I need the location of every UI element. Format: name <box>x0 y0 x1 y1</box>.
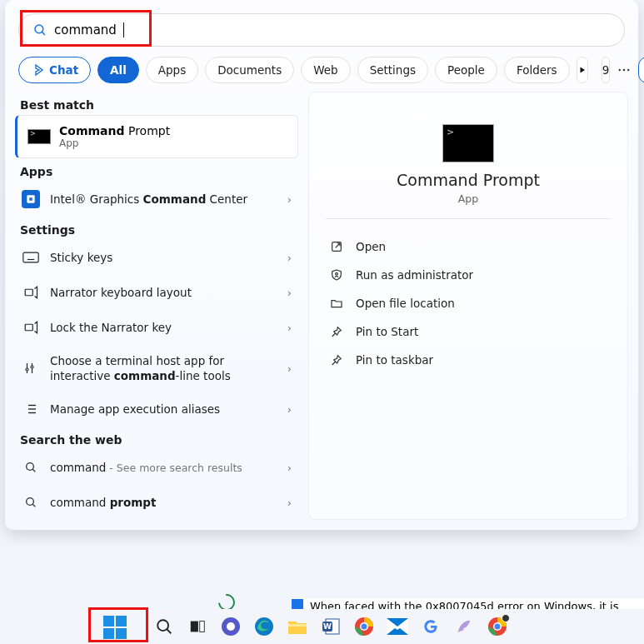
list-item-label: Lock the Narrator key <box>50 320 277 335</box>
search-box[interactable]: command <box>18 13 625 47</box>
chevron-right-icon: › <box>287 403 292 416</box>
filter-chat[interactable]: Chat <box>18 57 91 83</box>
filter-folders[interactable]: Folders <box>504 57 570 83</box>
results-column: Best match Command Prompt App Apps Intel… <box>15 92 298 520</box>
text-cursor <box>123 22 124 37</box>
filter-chat-label: Chat <box>49 63 78 77</box>
action-label: Pin to Start <box>356 325 418 338</box>
settings-item-terminal-host[interactable]: Choose a terminal host app for interacti… <box>15 345 298 392</box>
svg-point-33 <box>255 617 273 636</box>
filter-web-label: Web <box>313 63 337 77</box>
taskbar-mail-icon[interactable] <box>387 616 408 637</box>
list-item-label: command prompt <box>50 495 277 510</box>
taskbar-chrome-icon[interactable] <box>353 616 375 637</box>
bing-chat-icon[interactable] <box>638 57 644 83</box>
chevron-right-icon: › <box>287 287 292 299</box>
apps-item-intel-graphics[interactable]: Intel® Graphics Command Center › <box>15 182 298 217</box>
taskbar-taskview-icon[interactable] <box>187 616 208 637</box>
search-icon <box>22 458 40 477</box>
action-open-location[interactable]: Open file location <box>326 289 611 317</box>
svg-point-44 <box>495 624 501 630</box>
preview-title: Command Prompt <box>326 171 611 189</box>
action-label: Open file location <box>356 297 455 310</box>
filter-people-label: People <box>447 63 485 77</box>
action-label: Pin to taskbar <box>356 353 433 367</box>
action-label: Run as administrator <box>356 268 473 282</box>
svg-rect-6 <box>29 197 32 201</box>
action-pin-start[interactable]: Pin to Start <box>326 317 611 346</box>
filter-settings-label: Settings <box>370 63 416 77</box>
svg-rect-13 <box>25 289 32 296</box>
open-icon <box>329 239 344 254</box>
search-icon <box>22 493 40 512</box>
start-button[interactable] <box>103 616 127 639</box>
intel-icon <box>22 190 40 208</box>
overflow-button[interactable] <box>617 57 632 83</box>
action-open[interactable]: Open <box>326 232 611 261</box>
list-item-label: Narrator keyboard layout <box>50 285 277 300</box>
svg-rect-30 <box>200 622 205 632</box>
search-query-text: command <box>54 22 117 37</box>
svg-line-24 <box>32 505 35 507</box>
preview-panel: Command Prompt App Open Run as administr… <box>308 92 628 520</box>
search-row: command <box>5 0 638 53</box>
chevron-right-icon: › <box>287 193 292 206</box>
filter-folders-label: Folders <box>517 63 557 77</box>
search-web-header: Search the web <box>15 427 298 450</box>
svg-rect-14 <box>25 324 32 331</box>
svg-point-23 <box>27 498 34 506</box>
best-match-item[interactable]: Command Prompt App <box>15 115 298 158</box>
search-icon <box>32 22 47 37</box>
settings-item-narrator-layout[interactable]: Narrator keyboard layout › <box>15 275 298 310</box>
svg-point-32 <box>227 622 235 631</box>
filter-web[interactable]: Web <box>301 57 350 83</box>
windows-search-panel: command Chat All Apps Documents Web Sett… <box>5 0 638 530</box>
svg-rect-7 <box>23 252 38 262</box>
filter-row: Chat All Apps Documents Web Settings Peo… <box>5 53 638 92</box>
taskbar-search-icon[interactable] <box>153 616 175 637</box>
svg-point-26 <box>336 272 338 275</box>
list-icon <box>22 400 40 418</box>
taskbar-word-icon[interactable]: W <box>320 616 342 637</box>
chevron-right-icon: › <box>287 462 292 474</box>
taskbar-edge-icon[interactable] <box>253 616 275 637</box>
settings-item-lock-narrator[interactable]: Lock the Narrator key › <box>15 310 298 345</box>
web-item-command[interactable]: command - See more search results › <box>15 450 298 485</box>
taskbar-teams-icon[interactable] <box>220 616 242 637</box>
filter-apps[interactable]: Apps <box>146 57 198 83</box>
filter-settings[interactable]: Settings <box>357 57 428 83</box>
settings-item-execution-aliases[interactable]: Manage app execution aliases › <box>15 392 298 427</box>
taskbar-explorer-icon[interactable] <box>287 616 308 637</box>
command-prompt-icon <box>27 129 51 144</box>
filter-documents[interactable]: Documents <box>205 57 294 83</box>
svg-point-4 <box>627 69 629 71</box>
action-pin-taskbar[interactable]: Pin to taskbar <box>326 346 611 374</box>
taskbar-feather-icon[interactable] <box>453 616 475 637</box>
svg-point-0 <box>35 25 43 33</box>
preview-subtitle: App <box>326 192 611 205</box>
best-match-title: Command Prompt <box>59 124 170 137</box>
list-item-label: command - See more search results <box>50 460 277 476</box>
settings-item-sticky-keys[interactable]: Sticky keys › <box>15 240 298 275</box>
svg-point-40 <box>362 624 367 630</box>
narrator-lock-icon <box>22 318 40 337</box>
svg-rect-34 <box>288 624 307 627</box>
filter-more-caret[interactable] <box>577 57 588 83</box>
taskbar-google-icon[interactable] <box>420 616 442 637</box>
svg-point-2 <box>619 69 621 71</box>
action-run-admin[interactable]: Run as administrator <box>326 261 611 289</box>
apps-item-label: Intel® Graphics Command Center <box>50 192 277 207</box>
filter-all[interactable]: All <box>97 57 139 83</box>
taskbar-chrome-alt-icon[interactable] <box>487 616 508 637</box>
narrator-icon <box>22 283 40 302</box>
notification-badge[interactable]: 9 <box>602 57 611 83</box>
web-item-command-prompt[interactable]: command prompt › <box>15 485 298 520</box>
settings-header: Settings <box>15 217 298 240</box>
svg-point-27 <box>157 620 168 631</box>
svg-line-28 <box>167 629 171 633</box>
apps-header: Apps <box>15 158 298 182</box>
chevron-right-icon: › <box>287 362 292 375</box>
filter-people[interactable]: People <box>435 57 497 83</box>
pin-icon <box>329 324 344 339</box>
filter-all-label: All <box>110 63 127 77</box>
